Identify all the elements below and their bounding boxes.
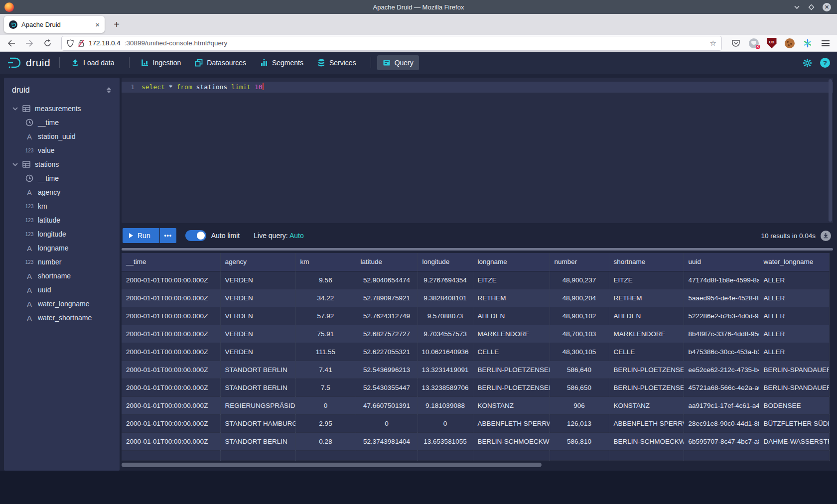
cell-km[interactable]: 57.92: [295, 307, 356, 325]
cell-number[interactable]: 48,700,103: [550, 325, 609, 343]
cell-km[interactable]: 75.91: [295, 325, 356, 343]
cell-longname[interactable]: BERLIN-PLOETZENSEE U: [473, 378, 550, 396]
asterisk-extension-icon[interactable]: [801, 37, 814, 50]
cell-shortname[interactable]: MARKLENDORF: [609, 325, 684, 343]
cell-km[interactable]: 7.5: [295, 378, 356, 396]
column-item-water_shortname[interactable]: Awater_shortname: [8, 311, 116, 325]
column-item-water_longname[interactable]: Awater_longname: [8, 297, 116, 311]
column-item-agency[interactable]: Aagency: [8, 185, 116, 199]
cell-shortname[interactable]: CELLE: [609, 343, 684, 361]
cell-agency[interactable]: VERDEN: [220, 343, 295, 361]
druid-logo[interactable]: druid: [7, 56, 50, 69]
forward-button[interactable]: [23, 37, 36, 50]
cell-__time[interactable]: 2000-01-01T00:00:00.000Z: [122, 325, 220, 343]
nav-item-query[interactable]: Query: [377, 55, 419, 70]
cell-longname[interactable]: MARKLENDORF: [473, 325, 550, 343]
cell-shortname[interactable]: KONSTANZ: [609, 396, 684, 414]
cell-agency[interactable]: REGIERUNGSPRÄSIDIUM: [220, 396, 295, 414]
cell-km[interactable]: 34.22: [295, 289, 356, 307]
cell-longname[interactable]: EITZE: [473, 271, 550, 289]
column-header-latitude[interactable]: latitude: [356, 253, 418, 271]
cell-__time[interactable]: 2000-01-01T00:00:00.000Z: [122, 396, 220, 414]
insecure-lock-icon[interactable]: [78, 39, 85, 47]
cell-agency[interactable]: VERDEN: [220, 289, 295, 307]
cell-latitude[interactable]: 52.5436996213: [356, 361, 418, 378]
cell-agency[interactable]: VERDEN: [220, 325, 295, 343]
column-item-km[interactable]: 123km: [8, 199, 116, 213]
cell-shortname[interactable]: BERLIN-SCHMOECKWITZ: [609, 432, 684, 450]
cell-water_longname[interactable]: ALLER: [759, 307, 829, 325]
cell-shortname[interactable]: RETHEM: [609, 289, 684, 307]
cell-__time[interactable]: 2000-01-01T00:00:00.000Z: [122, 271, 220, 289]
column-header-shortname[interactable]: shortname: [609, 253, 684, 271]
cell-latitude[interactable]: 52.9040654474: [356, 271, 418, 289]
horizontal-scrollbar[interactable]: [122, 462, 833, 468]
extension-mask-icon[interactable]: ✕: [747, 37, 760, 50]
cell-km[interactable]: 0: [295, 396, 356, 414]
column-item-value[interactable]: 123value: [8, 143, 116, 157]
pocket-icon[interactable]: [729, 37, 742, 50]
cell-longitude[interactable]: 9.2767694354: [418, 271, 473, 289]
cell-__time[interactable]: 2000-01-01T00:00:00.000Z: [122, 378, 220, 396]
live-query-value[interactable]: Auto: [289, 232, 304, 240]
auto-limit-toggle[interactable]: [185, 230, 206, 241]
cell-__time[interactable]: 2000-01-01T00:00:00.000Z: [122, 432, 220, 450]
cell-longitude[interactable]: 9.57088073: [418, 307, 473, 325]
cell-uuid[interactable]: 28ec91e8-90c0-44d1-8f0: [684, 414, 759, 432]
chevron-down-icon[interactable]: [11, 163, 19, 166]
editor-scrollbar[interactable]: [829, 79, 832, 222]
cell-latitude[interactable]: 52.7624312749: [356, 307, 418, 325]
cell-water_longname[interactable]: ALLER: [759, 289, 829, 307]
column-item-shortname[interactable]: Ashortname: [8, 269, 116, 283]
reload-button[interactable]: [41, 37, 54, 50]
column-header-uuid[interactable]: uuid: [684, 253, 759, 271]
cell-longitude[interactable]: 13.3238589706: [418, 378, 473, 396]
cell-shortname[interactable]: BERLIN-PLOETZENSEE C: [609, 361, 684, 378]
back-button[interactable]: [5, 37, 18, 50]
cell-__time[interactable]: 2000-01-01T00:00:00.000Z: [122, 289, 220, 307]
column-item-number[interactable]: 123number: [8, 255, 116, 269]
cell-longname[interactable]: ABBENFLETH SPERRWEI: [473, 414, 550, 432]
menu-icon[interactable]: [819, 37, 832, 50]
cell-longname[interactable]: BERLIN-PLOETZENSEE C: [473, 361, 550, 378]
minimize-icon[interactable]: [794, 5, 800, 9]
cell-number[interactable]: 126,013: [550, 414, 609, 432]
cell-longitude[interactable]: 9.7034557573: [418, 325, 473, 343]
cell-longname[interactable]: AHLDEN: [473, 307, 550, 325]
cell-__time[interactable]: 2000-01-01T00:00:00.000Z: [122, 414, 220, 432]
nav-item-load-data[interactable]: Load data: [66, 55, 120, 70]
ublock-origin-icon[interactable]: UO: [765, 37, 778, 50]
close-icon[interactable]: ✕: [823, 3, 831, 11]
cell-uuid[interactable]: aa9179c1-17ef-4c61-a48: [684, 396, 759, 414]
cell-agency[interactable]: STANDORT BERLIN: [220, 432, 295, 450]
cell-number[interactable]: 586,810: [550, 432, 609, 450]
cell-latitude[interactable]: 52.6827572727: [356, 325, 418, 343]
cell-water_longname[interactable]: BODENSEE: [759, 396, 829, 414]
cell-longitude[interactable]: 10.0621640936: [418, 343, 473, 361]
cell-number[interactable]: 586,640: [550, 361, 609, 378]
cell-uuid[interactable]: 5aaed954-de4e-4528-8f: [684, 289, 759, 307]
column-item-uuid[interactable]: Auuid: [8, 283, 116, 297]
chevron-down-icon[interactable]: [11, 107, 19, 111]
cell-uuid[interactable]: 45721a68-566c-4e2a-a6: [684, 378, 759, 396]
cell-shortname[interactable]: ABBENFLETH SPERRWEI: [609, 414, 684, 432]
cell-km[interactable]: 2.95: [295, 414, 356, 432]
cell-km[interactable]: 111.55: [295, 343, 356, 361]
cell-longitude[interactable]: 13.653581055: [418, 432, 473, 450]
cell-longname[interactable]: RETHEM: [473, 289, 550, 307]
cell-__time[interactable]: 2000-01-01T00:00:00.000Z: [122, 361, 220, 378]
browser-tab[interactable]: Apache Druid ×: [4, 16, 105, 33]
cell-shortname[interactable]: EITZE: [609, 271, 684, 289]
cell-longname[interactable]: BERLIN-SCHMOECKWITZ: [473, 432, 550, 450]
cell-latitude[interactable]: 52.7890975921: [356, 289, 418, 307]
run-more-button[interactable]: •••: [160, 228, 176, 243]
cell-uuid[interactable]: ee52ce62-212c-4735-b4: [684, 361, 759, 378]
nav-item-services[interactable]: Services: [312, 55, 362, 70]
cell-km[interactable]: 0.28: [295, 432, 356, 450]
nav-item-ingestion[interactable]: Ingestion: [136, 55, 187, 70]
column-header-__time[interactable]: __time: [122, 253, 220, 271]
cell-longitude[interactable]: 9.3828408101: [418, 289, 473, 307]
cell-number[interactable]: 48,900,237: [550, 271, 609, 289]
table-item-stations[interactable]: stations: [8, 157, 116, 171]
column-header-km[interactable]: km: [295, 253, 356, 271]
